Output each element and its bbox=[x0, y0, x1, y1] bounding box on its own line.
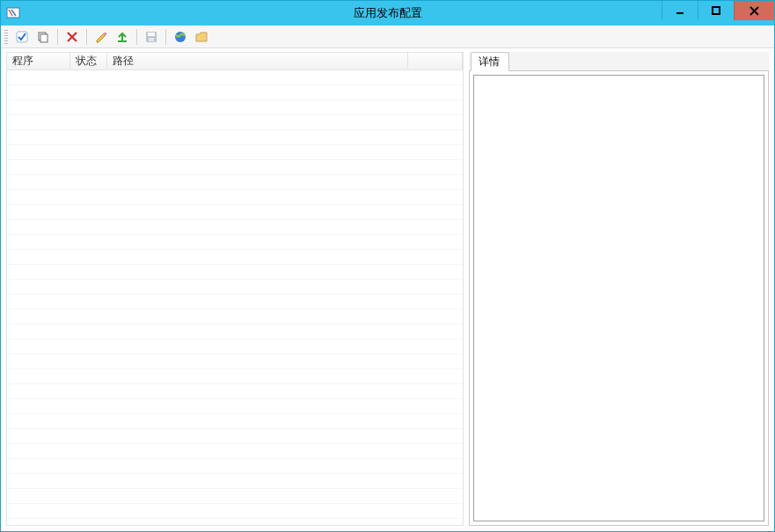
close-button[interactable] bbox=[734, 1, 774, 20]
window-title: 应用发布配置 bbox=[1, 5, 774, 21]
table-row[interactable] bbox=[7, 354, 463, 369]
table-row[interactable] bbox=[7, 85, 463, 100]
table-row[interactable] bbox=[7, 100, 463, 115]
toolbar-export-button[interactable] bbox=[113, 28, 131, 46]
table-row[interactable] bbox=[7, 145, 463, 160]
table-row[interactable] bbox=[7, 190, 463, 205]
table-row[interactable] bbox=[7, 115, 463, 130]
details-panel: 详情 bbox=[469, 52, 769, 526]
column-path[interactable]: 路径 bbox=[107, 53, 408, 69]
details-body bbox=[469, 71, 769, 526]
toolbar-separator bbox=[57, 29, 58, 45]
table-row[interactable] bbox=[7, 504, 463, 519]
list-body[interactable] bbox=[7, 70, 463, 525]
toolbar-save-button[interactable] bbox=[143, 28, 160, 46]
table-row[interactable] bbox=[7, 130, 463, 145]
table-row[interactable] bbox=[7, 369, 463, 384]
details-tabstrip: 详情 bbox=[469, 52, 769, 71]
details-wrap: 详情 bbox=[469, 52, 769, 526]
svg-rect-2 bbox=[713, 7, 720, 14]
svg-rect-1 bbox=[676, 12, 684, 14]
toolbar bbox=[1, 26, 774, 48]
toolbar-separator bbox=[86, 29, 87, 45]
table-row[interactable] bbox=[7, 160, 463, 175]
toolbar-separator bbox=[136, 29, 137, 45]
table-row[interactable] bbox=[7, 280, 463, 295]
table-row[interactable] bbox=[7, 265, 463, 280]
table-row[interactable] bbox=[7, 459, 463, 474]
maximize-button[interactable] bbox=[698, 1, 734, 20]
globe-icon bbox=[173, 30, 187, 44]
check-icon bbox=[15, 30, 29, 44]
table-row[interactable] bbox=[7, 324, 463, 339]
app-icon bbox=[6, 6, 20, 20]
table-row[interactable] bbox=[7, 429, 463, 444]
table-row[interactable] bbox=[7, 250, 463, 265]
details-content[interactable] bbox=[473, 75, 764, 521]
table-row[interactable] bbox=[7, 70, 463, 85]
svg-rect-7 bbox=[118, 40, 127, 42]
table-row[interactable] bbox=[7, 414, 463, 429]
table-row[interactable] bbox=[7, 489, 463, 504]
folder-icon bbox=[194, 30, 208, 44]
svg-rect-9 bbox=[148, 33, 155, 36]
table-row[interactable] bbox=[7, 384, 463, 399]
svg-rect-10 bbox=[149, 38, 154, 41]
table-row[interactable] bbox=[7, 205, 463, 220]
toolbar-edit-button[interactable] bbox=[92, 28, 110, 46]
column-extra[interactable] bbox=[408, 53, 463, 69]
table-row[interactable] bbox=[7, 474, 463, 489]
toolbar-check-button[interactable] bbox=[13, 28, 31, 46]
toolbar-separator bbox=[165, 29, 166, 45]
edit-icon bbox=[94, 30, 108, 44]
toolbar-folder-button[interactable] bbox=[193, 28, 210, 46]
copy-icon bbox=[36, 30, 50, 44]
delete-icon bbox=[65, 30, 79, 44]
application-list[interactable]: 程序 状态 路径 bbox=[6, 52, 464, 526]
list-panel: 程序 状态 路径 bbox=[6, 52, 464, 526]
column-status[interactable]: 状态 bbox=[70, 53, 107, 69]
toolbar-globe-button[interactable] bbox=[172, 28, 189, 46]
window-controls bbox=[662, 1, 774, 20]
save-icon bbox=[144, 30, 158, 44]
table-row[interactable] bbox=[7, 519, 463, 525]
export-icon bbox=[115, 30, 129, 44]
titlebar: 应用发布配置 bbox=[1, 1, 774, 26]
table-row[interactable] bbox=[7, 295, 463, 310]
column-program[interactable]: 程序 bbox=[7, 53, 70, 69]
list-header: 程序 状态 路径 bbox=[7, 53, 463, 70]
minimize-button[interactable] bbox=[662, 1, 698, 20]
main-area: 程序 状态 路径 详情 bbox=[1, 48, 774, 531]
toolbar-delete-button[interactable] bbox=[63, 28, 81, 46]
table-row[interactable] bbox=[7, 220, 463, 235]
table-row[interactable] bbox=[7, 235, 463, 250]
table-row[interactable] bbox=[7, 444, 463, 459]
svg-rect-5 bbox=[40, 34, 48, 42]
table-row[interactable] bbox=[7, 175, 463, 190]
tab-details[interactable]: 详情 bbox=[471, 52, 509, 71]
toolbar-copy-button[interactable] bbox=[34, 28, 52, 46]
table-row[interactable] bbox=[7, 339, 463, 354]
table-row[interactable] bbox=[7, 310, 463, 324]
toolbar-grip bbox=[4, 30, 8, 44]
table-row[interactable] bbox=[7, 399, 463, 414]
